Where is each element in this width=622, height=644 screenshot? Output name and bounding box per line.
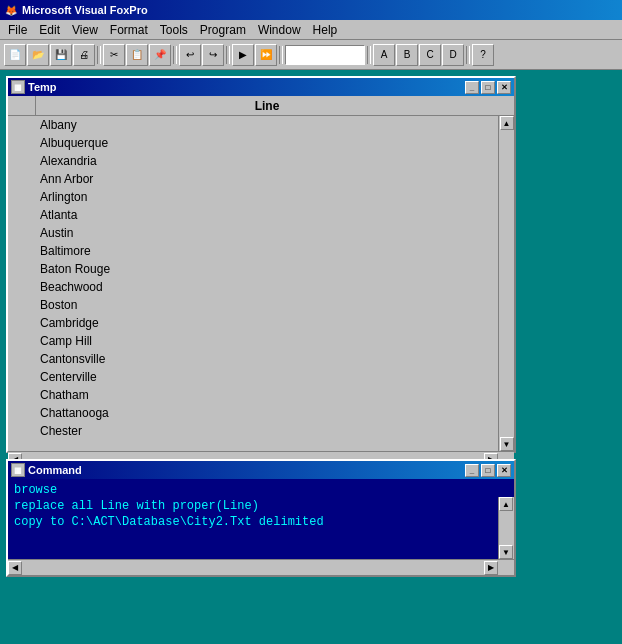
row-cell-line: Albuquerque [36,136,514,150]
menu-view[interactable]: View [66,21,104,39]
command-minimize-button[interactable]: _ [465,464,479,477]
menu-edit[interactable]: Edit [33,21,66,39]
temp-maximize-button[interactable]: □ [481,81,495,94]
row-cell-line: Atlanta [36,208,514,222]
font-dropdown[interactable] [285,45,365,65]
run-button[interactable]: ▶ [232,44,254,66]
app-icon: 🦊 [4,3,18,17]
cmd-scroll-right[interactable]: ▶ [484,561,498,575]
temp-title-bar: ▦ Temp _ □ ✕ [8,78,514,96]
btn-b[interactable]: B [396,44,418,66]
table-row[interactable]: Albany [8,116,514,134]
table-scroll-area[interactable]: AlbanyAlbuquerqueAlexandriaAnn ArborArli… [8,116,514,451]
table-row[interactable]: Albuquerque [8,134,514,152]
line-column-header: Line [36,99,498,113]
table-row[interactable]: Beachwood [8,278,514,296]
row-number [8,242,36,259]
command-body[interactable]: browsereplace all Line with proper(Line)… [8,479,514,559]
temp-window-icon: ▦ [11,80,25,94]
cmd-scrollbar[interactable]: ▲ ▼ [498,497,514,559]
save-button[interactable]: 💾 [50,44,72,66]
table-row[interactable]: Cantonsville [8,350,514,368]
table-row[interactable]: Cambridge [8,314,514,332]
btn-d[interactable]: D [442,44,464,66]
cmd-h-scrollbar[interactable]: ◀ ▶ [8,559,514,575]
cut-button[interactable]: ✂ [103,44,125,66]
row-number [8,116,36,133]
table-row[interactable]: Baltimore [8,242,514,260]
table-row[interactable]: Austin [8,224,514,242]
v-scrollbar-track[interactable] [500,130,514,437]
table-row[interactable]: Chattanooga [8,404,514,422]
table-row[interactable]: Boston [8,296,514,314]
cmd-scrollbar-track [499,511,514,545]
redo-button[interactable]: ↪ [202,44,224,66]
table-row[interactable]: Ann Arbor [8,170,514,188]
row-cell-line: Cantonsville [36,352,514,366]
app-title: Microsoft Visual FoxPro [22,4,618,16]
menu-tools[interactable]: Tools [154,21,194,39]
row-number [8,296,36,313]
row-cell-line: Boston [36,298,514,312]
row-number [8,152,36,169]
command-maximize-button[interactable]: □ [481,464,495,477]
row-cell-line: Cambridge [36,316,514,330]
sep1 [96,44,102,66]
row-number [8,386,36,403]
row-num-header [8,96,36,115]
open-button[interactable]: 📂 [27,44,49,66]
row-cell-line: Camp Hill [36,334,514,348]
scroll-down-button[interactable]: ▼ [500,437,514,451]
menu-format[interactable]: Format [104,21,154,39]
row-number [8,134,36,151]
command-line-1: replace all Line with proper(Line) [14,499,494,513]
new-button[interactable]: 📄 [4,44,26,66]
table-row[interactable]: Chester [8,422,514,440]
menu-help[interactable]: Help [307,21,344,39]
row-number [8,170,36,187]
table-row[interactable]: Chatham [8,386,514,404]
menu-file[interactable]: File [2,21,33,39]
row-cell-line: Centerville [36,370,514,384]
row-cell-line: Austin [36,226,514,240]
btn-a[interactable]: A [373,44,395,66]
cmd-scroll-down[interactable]: ▼ [499,545,513,559]
temp-window-controls: _ □ ✕ [465,81,511,94]
row-cell-line: Chester [36,424,514,438]
temp-close-button[interactable]: ✕ [497,81,511,94]
command-close-button[interactable]: ✕ [497,464,511,477]
v-scrollbar[interactable]: ▲ ▼ [498,116,514,451]
temp-minimize-button[interactable]: _ [465,81,479,94]
table-row[interactable]: Camp Hill [8,332,514,350]
table-row[interactable]: Alexandria [8,152,514,170]
row-number [8,314,36,331]
copy-button[interactable]: 📋 [126,44,148,66]
menu-window[interactable]: Window [252,21,307,39]
btn-c[interactable]: C [419,44,441,66]
debug-button[interactable]: ⏩ [255,44,277,66]
cmd-h-track[interactable] [22,561,484,575]
undo-button[interactable]: ↩ [179,44,201,66]
row-number [8,206,36,223]
paste-button[interactable]: 📌 [149,44,171,66]
command-body-wrapper: browsereplace all Line with proper(Line)… [8,479,514,575]
cmd-scroll-up[interactable]: ▲ [499,497,513,511]
row-cell-line: Arlington [36,190,514,204]
table-row[interactable]: Baton Rouge [8,260,514,278]
scroll-up-button[interactable]: ▲ [500,116,514,130]
sep5 [366,44,372,66]
table-row[interactable]: Atlanta [8,206,514,224]
command-window: ▦ Command _ □ ✕ browsereplace all Line w… [6,459,516,577]
cmd-scroll-left[interactable]: ◀ [8,561,22,575]
row-number [8,350,36,367]
table-row[interactable]: Arlington [8,188,514,206]
help-button[interactable]: ? [472,44,494,66]
sep2 [172,44,178,66]
row-number [8,332,36,349]
menu-program[interactable]: Program [194,21,252,39]
sep3 [225,44,231,66]
print-button[interactable]: 🖨 [73,44,95,66]
table-header: Line [8,96,514,116]
table-row[interactable]: Centerville [8,368,514,386]
row-number [8,278,36,295]
